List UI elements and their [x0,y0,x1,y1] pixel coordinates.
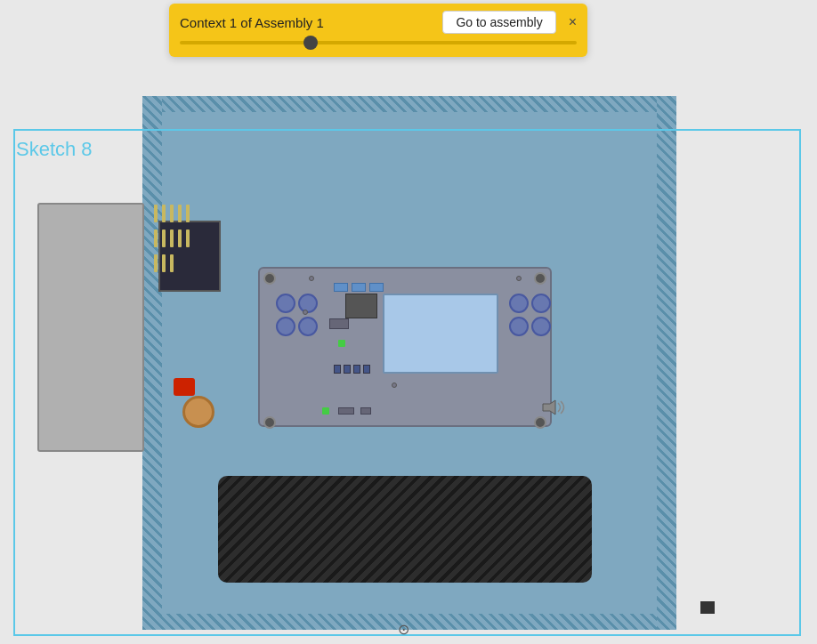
go-to-assembly-button[interactable]: Go to assembly [442,11,555,34]
plate-dot-4 [392,382,397,388]
screw-top-left [263,272,276,285]
screw-top-right [534,272,546,285]
pin-2-1 [154,229,158,247]
context-banner: Context 1 of Assembly 1 Go to assembly × [169,4,587,57]
pin-row-2 [154,229,190,247]
pin-3-1 [154,254,158,272]
hatch-border-top [162,96,657,112]
plate-dot-3 [303,310,308,315]
pin-2-4 [178,229,182,247]
svg-marker-0 [543,400,555,415]
pin-row-1 [154,205,190,222]
bottom-grille [218,476,592,583]
red-component [174,378,195,396]
mechanical-body [37,203,144,452]
cap-right-1 [509,294,529,313]
screw-bottom-right [534,416,546,429]
cap-left-4 [298,317,318,336]
close-button[interactable]: × [569,15,577,29]
pin-1-3 [170,205,174,222]
speaker-icon [541,398,568,416]
plate-conn-3 [353,365,360,374]
capacitor-group-right [509,294,551,336]
plate-small-1 [334,283,348,292]
ic-chip [345,294,377,318]
ic-chip-detail [700,601,715,614]
plate-small-3 [369,283,384,292]
context-slider-track[interactable] [180,41,577,44]
cap-left-2 [298,294,318,313]
pin-1-4 [178,205,182,222]
plate-rect-3 [360,407,371,415]
pin-1-5 [186,205,190,222]
plate-rect-1 [329,318,349,329]
pin-row-3 [154,254,174,272]
capacitor-group-left [276,294,318,336]
plate-conn-2 [344,365,351,374]
plate-connector-row [334,283,384,292]
plate-screen [383,294,498,374]
led-green-1 [338,340,345,347]
cap-right-2 [531,294,551,313]
pin-2-5 [186,229,190,247]
pin-2-3 [170,229,174,247]
pin-2-2 [162,229,166,247]
plate-small-2 [352,283,366,292]
context-slider-thumb[interactable] [303,36,318,50]
pin-1-2 [162,205,166,222]
sketch-label: Sketch 8 [16,138,93,161]
context-title: Context 1 of Assembly 1 [180,15,324,30]
plate-dot-1 [309,276,314,281]
hatch-border-right [657,96,676,630]
pin-1-1 [154,205,158,222]
cap-right-3 [509,317,529,336]
led-green-2 [322,407,329,415]
cap-left-1 [276,294,295,313]
screw-bottom-left [263,416,276,429]
hatch-border-bottom [162,614,657,630]
pin-3-3 [170,254,174,272]
bottom-indicator: ⊙ [398,621,409,638]
plate-rect-2 [338,407,354,415]
plate-connector-group [334,365,370,374]
plate-conn-1 [334,365,341,374]
orange-round-component [182,396,214,428]
cap-right-4 [531,317,551,336]
pin-3-2 [162,254,166,272]
cap-left-3 [276,317,295,336]
plate-dot-2 [516,276,522,281]
plate-conn-4 [363,365,370,374]
hatch-border-left [142,96,162,630]
